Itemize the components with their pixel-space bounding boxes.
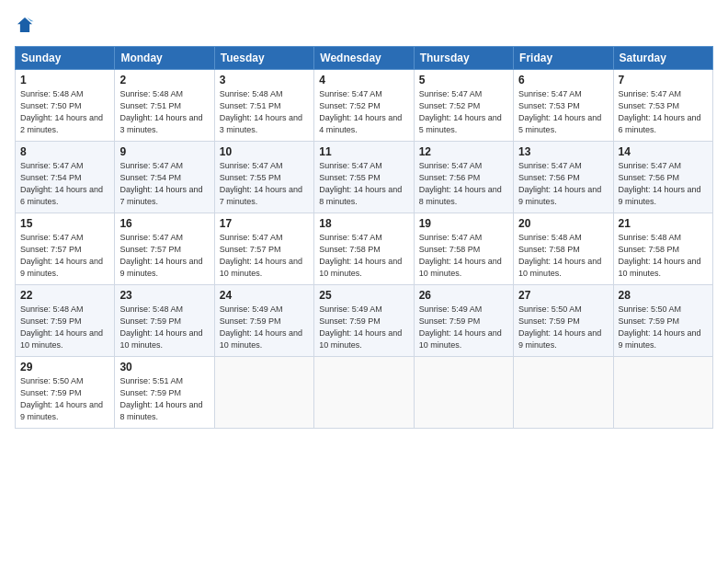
day-cell: 16 Sunrise: 5:47 AM Sunset: 7:57 PM Dayl… [115, 213, 214, 285]
day-cell [514, 357, 613, 429]
day-info: Sunrise: 5:48 AM Sunset: 7:58 PM Dayligh… [619, 232, 708, 280]
day-cell: 17 Sunrise: 5:47 AM Sunset: 7:57 PM Dayl… [214, 213, 313, 285]
day-info: Sunrise: 5:47 AM Sunset: 7:55 PM Dayligh… [319, 160, 408, 208]
day-number: 30 [119, 361, 209, 373]
day-cell [414, 357, 513, 429]
day-cell: 14 Sunrise: 5:47 AM Sunset: 7:56 PM Dayl… [613, 142, 712, 213]
day-cell [613, 357, 712, 429]
day-cell: 10 Sunrise: 5:47 AM Sunset: 7:55 PM Dayl… [214, 142, 313, 213]
day-info: Sunrise: 5:47 AM Sunset: 7:56 PM Dayligh… [419, 160, 508, 208]
day-cell: 22 Sunrise: 5:48 AM Sunset: 7:59 PM Dayl… [16, 285, 115, 357]
day-number: 26 [419, 289, 508, 302]
day-info: Sunrise: 5:49 AM Sunset: 7:59 PM Dayligh… [419, 304, 508, 351]
day-info: Sunrise: 5:47 AM Sunset: 7:53 PM Dayligh… [619, 88, 708, 136]
day-number: 3 [220, 74, 309, 86]
day-number: 16 [119, 217, 209, 230]
day-number: 7 [619, 74, 708, 86]
header-cell-saturday: Saturday [613, 47, 712, 70]
day-cell: 27 Sunrise: 5:50 AM Sunset: 7:59 PM Dayl… [514, 285, 613, 357]
day-info: Sunrise: 5:48 AM Sunset: 7:59 PM Dayligh… [119, 304, 209, 351]
day-number: 18 [319, 217, 408, 230]
header-cell-wednesday: Wednesday [314, 47, 414, 70]
day-cell: 28 Sunrise: 5:50 AM Sunset: 7:59 PM Dayl… [613, 285, 712, 357]
day-cell: 24 Sunrise: 5:49 AM Sunset: 7:59 PM Dayl… [214, 285, 313, 357]
header-cell-thursday: Thursday [414, 47, 513, 70]
day-info: Sunrise: 5:47 AM Sunset: 7:58 PM Dayligh… [419, 232, 508, 280]
day-info: Sunrise: 5:48 AM Sunset: 7:51 PM Dayligh… [119, 88, 209, 136]
day-info: Sunrise: 5:47 AM Sunset: 7:52 PM Dayligh… [419, 88, 508, 136]
header-cell-sunday: Sunday [16, 47, 115, 70]
logo [15, 15, 39, 35]
day-info: Sunrise: 5:49 AM Sunset: 7:59 PM Dayligh… [220, 304, 309, 351]
day-cell [314, 357, 414, 429]
day-info: Sunrise: 5:47 AM Sunset: 7:55 PM Dayligh… [220, 160, 309, 208]
day-number: 5 [419, 74, 508, 86]
header-row: SundayMondayTuesdayWednesdayThursdayFrid… [16, 47, 713, 70]
day-number: 10 [220, 145, 309, 158]
day-cell: 15 Sunrise: 5:47 AM Sunset: 7:57 PM Dayl… [16, 213, 115, 285]
day-info: Sunrise: 5:47 AM Sunset: 7:54 PM Dayligh… [119, 160, 209, 208]
header-cell-tuesday: Tuesday [214, 47, 313, 70]
day-number: 14 [619, 145, 708, 158]
day-cell: 4 Sunrise: 5:47 AM Sunset: 7:52 PM Dayli… [314, 70, 414, 142]
day-number: 13 [518, 145, 608, 158]
week-row-3: 15 Sunrise: 5:47 AM Sunset: 7:57 PM Dayl… [16, 213, 713, 285]
header [15, 15, 713, 35]
day-cell: 18 Sunrise: 5:47 AM Sunset: 7:58 PM Dayl… [314, 213, 414, 285]
day-info: Sunrise: 5:47 AM Sunset: 7:57 PM Dayligh… [220, 232, 309, 280]
week-row-2: 8 Sunrise: 5:47 AM Sunset: 7:54 PM Dayli… [16, 142, 713, 213]
day-cell: 25 Sunrise: 5:49 AM Sunset: 7:59 PM Dayl… [314, 285, 414, 357]
day-info: Sunrise: 5:47 AM Sunset: 7:56 PM Dayligh… [619, 160, 708, 208]
day-cell: 29 Sunrise: 5:50 AM Sunset: 7:59 PM Dayl… [16, 357, 115, 429]
day-number: 22 [20, 289, 109, 302]
day-number: 4 [319, 74, 408, 86]
day-cell: 6 Sunrise: 5:47 AM Sunset: 7:53 PM Dayli… [514, 70, 613, 142]
day-info: Sunrise: 5:50 AM Sunset: 7:59 PM Dayligh… [20, 375, 109, 423]
day-info: Sunrise: 5:48 AM Sunset: 7:51 PM Dayligh… [220, 88, 309, 136]
calendar-table: SundayMondayTuesdayWednesdayThursdayFrid… [15, 46, 713, 429]
day-number: 25 [319, 289, 408, 302]
day-info: Sunrise: 5:48 AM Sunset: 7:58 PM Dayligh… [518, 232, 608, 280]
page: SundayMondayTuesdayWednesdayThursdayFrid… [0, 0, 728, 563]
day-cell: 12 Sunrise: 5:47 AM Sunset: 7:56 PM Dayl… [414, 142, 513, 213]
day-info: Sunrise: 5:47 AM Sunset: 7:54 PM Dayligh… [20, 160, 109, 208]
day-cell: 7 Sunrise: 5:47 AM Sunset: 7:53 PM Dayli… [613, 70, 712, 142]
day-number: 17 [220, 217, 309, 230]
day-cell: 23 Sunrise: 5:48 AM Sunset: 7:59 PM Dayl… [115, 285, 214, 357]
day-info: Sunrise: 5:47 AM Sunset: 7:53 PM Dayligh… [518, 88, 608, 136]
header-cell-friday: Friday [514, 47, 613, 70]
day-number: 1 [20, 74, 109, 86]
day-number: 27 [518, 289, 608, 302]
day-cell: 30 Sunrise: 5:51 AM Sunset: 7:59 PM Dayl… [115, 357, 214, 429]
day-number: 11 [319, 145, 408, 158]
day-number: 20 [518, 217, 608, 230]
day-cell: 9 Sunrise: 5:47 AM Sunset: 7:54 PM Dayli… [115, 142, 214, 213]
day-cell: 3 Sunrise: 5:48 AM Sunset: 7:51 PM Dayli… [214, 70, 313, 142]
day-cell: 2 Sunrise: 5:48 AM Sunset: 7:51 PM Dayli… [115, 70, 214, 142]
day-number: 21 [619, 217, 708, 230]
day-number: 2 [119, 74, 209, 86]
week-row-4: 22 Sunrise: 5:48 AM Sunset: 7:59 PM Dayl… [16, 285, 713, 357]
day-cell: 1 Sunrise: 5:48 AM Sunset: 7:50 PM Dayli… [16, 70, 115, 142]
day-cell: 5 Sunrise: 5:47 AM Sunset: 7:52 PM Dayli… [414, 70, 513, 142]
day-cell [214, 357, 313, 429]
day-number: 19 [419, 217, 508, 230]
day-info: Sunrise: 5:50 AM Sunset: 7:59 PM Dayligh… [619, 304, 708, 351]
day-info: Sunrise: 5:47 AM Sunset: 7:57 PM Dayligh… [20, 232, 109, 280]
day-info: Sunrise: 5:47 AM Sunset: 7:57 PM Dayligh… [119, 232, 209, 280]
day-cell: 13 Sunrise: 5:47 AM Sunset: 7:56 PM Dayl… [514, 142, 613, 213]
day-number: 28 [619, 289, 708, 302]
day-info: Sunrise: 5:47 AM Sunset: 7:52 PM Dayligh… [319, 88, 408, 136]
day-number: 29 [20, 361, 109, 373]
day-number: 15 [20, 217, 109, 230]
day-cell: 21 Sunrise: 5:48 AM Sunset: 7:58 PM Dayl… [613, 213, 712, 285]
day-info: Sunrise: 5:51 AM Sunset: 7:59 PM Dayligh… [119, 375, 209, 423]
day-info: Sunrise: 5:50 AM Sunset: 7:59 PM Dayligh… [518, 304, 608, 351]
day-number: 8 [20, 145, 109, 158]
calendar-body: 1 Sunrise: 5:48 AM Sunset: 7:50 PM Dayli… [16, 70, 713, 429]
day-number: 12 [419, 145, 508, 158]
day-number: 24 [220, 289, 309, 302]
day-info: Sunrise: 5:47 AM Sunset: 7:56 PM Dayligh… [518, 160, 608, 208]
day-cell: 20 Sunrise: 5:48 AM Sunset: 7:58 PM Dayl… [514, 213, 613, 285]
day-info: Sunrise: 5:49 AM Sunset: 7:59 PM Dayligh… [319, 304, 408, 351]
